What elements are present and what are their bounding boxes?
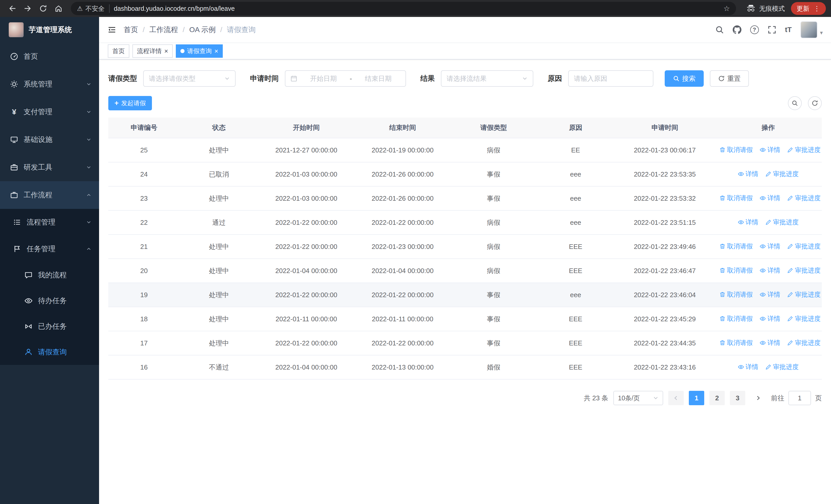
approval-progress-link[interactable]: 审批进度: [787, 290, 821, 299]
result-select[interactable]: 请选择流结果: [441, 70, 533, 87]
cancel-leave-link[interactable]: 取消请假: [719, 194, 753, 202]
leave-table-body: 25 处理中 2021-12-27 00:00:00 2022-01-19 00…: [108, 138, 822, 379]
detail-link[interactable]: 详情: [738, 218, 758, 226]
approval-progress-link[interactable]: 审批进度: [787, 242, 821, 250]
breadcrumb-home[interactable]: 首页: [124, 25, 138, 35]
browser-update-menu-button[interactable]: 更新 ⋮: [791, 2, 826, 15]
col-apply-time: 申请时间: [615, 118, 715, 138]
detail-link[interactable]: 详情: [760, 266, 780, 274]
detail-link[interactable]: 详情: [760, 314, 780, 323]
user-avatar[interactable]: [800, 21, 818, 38]
cell-leave-type: 事假: [451, 307, 536, 331]
table-row: 25 处理中 2021-12-27 00:00:00 2022-01-19 00…: [108, 138, 822, 162]
detail-link[interactable]: 详情: [760, 242, 780, 250]
start-date-placeholder: 开始日期: [301, 74, 346, 83]
cell-actions: 取消请假 详情 审批进度: [715, 331, 822, 355]
sidebar-item-todo-tasks[interactable]: 待办任务: [0, 288, 99, 314]
approval-progress-link[interactable]: 审批进度: [765, 170, 799, 178]
search-button[interactable]: 搜索: [665, 70, 704, 87]
approval-progress-link[interactable]: 审批进度: [787, 266, 821, 274]
detail-link[interactable]: 详情: [760, 146, 780, 154]
page-button-3[interactable]: 3: [730, 391, 745, 405]
date-range-picker[interactable]: 开始日期 - 结束日期: [285, 70, 406, 87]
browser-reload-button[interactable]: [36, 1, 50, 16]
cancel-leave-link[interactable]: 取消请假: [719, 146, 753, 154]
table-row: 17 处理中 2022-01-22 00:00:00 2022-01-22 00…: [108, 331, 822, 355]
breadcrumb-oa-example[interactable]: OA 示例: [190, 25, 216, 35]
detail-link[interactable]: 详情: [760, 290, 780, 299]
cancel-leave-link[interactable]: 取消请假: [719, 242, 753, 250]
tab-process-detail[interactable]: 流程详情×: [133, 45, 173, 58]
eye-icon: [760, 316, 766, 322]
page-size-select[interactable]: 10条/页: [613, 391, 663, 405]
detail-link[interactable]: 详情: [738, 170, 758, 178]
cell-end-time: 2022-01-22 00:00:00: [354, 283, 451, 307]
pen-icon: [787, 340, 793, 346]
sidebar-item-task-management[interactable]: 任务管理: [0, 236, 99, 262]
reason-input[interactable]: [574, 75, 648, 83]
tab-close-icon[interactable]: ×: [164, 48, 168, 54]
approval-progress-link[interactable]: 审批进度: [765, 218, 799, 226]
sidebar-item-workflow[interactable]: 工作流程: [0, 181, 99, 209]
approval-progress-link[interactable]: 审批进度: [787, 146, 821, 154]
browser-home-button[interactable]: [51, 1, 66, 16]
page-button-2[interactable]: 2: [709, 391, 725, 405]
toggle-search-button[interactable]: [788, 96, 802, 110]
cancel-leave-link[interactable]: 取消请假: [719, 266, 753, 274]
workflow-icon: [10, 191, 19, 199]
col-apply-id: 申请编号: [108, 118, 180, 138]
breadcrumb-workflow[interactable]: 工作流程: [149, 25, 178, 35]
cell-start-time: 2022-01-22 00:00:00: [258, 283, 354, 307]
help-icon[interactable]: ?: [750, 25, 759, 34]
cell-start-time: 2022-01-22 00:00:00: [258, 331, 354, 355]
tab-close-icon[interactable]: ×: [214, 48, 218, 54]
sidebar-item-done-tasks[interactable]: 已办任务: [0, 314, 99, 339]
breadcrumb-current: 请假查询: [227, 25, 256, 35]
cancel-leave-link[interactable]: 取消请假: [719, 290, 753, 299]
reset-button[interactable]: 重置: [710, 70, 749, 87]
warning-icon: ⚠: [77, 5, 83, 12]
next-page-button[interactable]: [750, 391, 766, 405]
avatar-caret-icon[interactable]: ▾: [820, 30, 823, 36]
sidebar-item-my-process[interactable]: 我的流程: [0, 262, 99, 288]
cancel-leave-link[interactable]: 取消请假: [719, 338, 753, 347]
sidebar-collapse-button[interactable]: [107, 25, 116, 34]
approval-progress-link[interactable]: 审批进度: [765, 363, 799, 371]
tab-leave-query[interactable]: 请假查询×: [176, 45, 223, 58]
font-size-icon[interactable]: tT: [785, 26, 792, 34]
sidebar-item-process-management[interactable]: 流程管理: [0, 209, 99, 236]
browser-back-button[interactable]: [5, 1, 20, 16]
detail-link[interactable]: 详情: [760, 338, 780, 347]
fullscreen-icon[interactable]: [768, 25, 776, 34]
bookmark-star-icon[interactable]: ☆: [723, 4, 730, 13]
security-indicator[interactable]: ⚠不安全: [77, 4, 110, 13]
tab-home[interactable]: 首页: [108, 45, 130, 58]
github-icon[interactable]: [733, 25, 741, 34]
sidebar-item-infrastructure[interactable]: 基础设施: [0, 126, 99, 153]
kebab-menu-icon[interactable]: ⋮: [813, 5, 820, 12]
cell-end-time: 2022-01-23 00:00:00: [354, 235, 451, 259]
detail-link[interactable]: 详情: [760, 194, 780, 202]
page-button-1[interactable]: 1: [689, 391, 704, 405]
sidebar-item-payment[interactable]: ¥ 支付管理: [0, 98, 99, 126]
approval-progress-link[interactable]: 审批进度: [787, 338, 821, 347]
sidebar-item-home[interactable]: 首页: [0, 42, 99, 70]
eye-icon: [738, 219, 744, 225]
goto-page-input[interactable]: [789, 391, 811, 405]
cancel-leave-link[interactable]: 取消请假: [719, 314, 753, 323]
browser-forward-button[interactable]: [21, 1, 35, 16]
approval-progress-link[interactable]: 审批进度: [787, 314, 821, 323]
approval-progress-link[interactable]: 审批进度: [787, 194, 821, 202]
address-bar[interactable]: ⚠不安全 dashboard.yudao.iocoder.cn/bpm/oa/l…: [71, 2, 736, 15]
table-row: 18 处理中 2022-01-11 00:00:00 2022-01-11 00…: [108, 307, 822, 331]
breadcrumb: 首页 / 工作流程 / OA 示例 / 请假查询: [124, 25, 256, 35]
sidebar-item-system[interactable]: 系统管理: [0, 70, 99, 98]
create-leave-button[interactable]: + 发起请假: [108, 96, 152, 110]
detail-link[interactable]: 详情: [738, 363, 758, 371]
search-icon[interactable]: [715, 25, 724, 34]
refresh-button[interactable]: [808, 96, 822, 110]
sidebar-item-leave-query[interactable]: 请假查询: [0, 339, 99, 365]
leave-type-select[interactable]: 请选择请假类型: [143, 70, 236, 87]
sidebar-item-dev-tools[interactable]: 研发工具: [0, 153, 99, 181]
cell-status: 处理中: [180, 259, 258, 283]
